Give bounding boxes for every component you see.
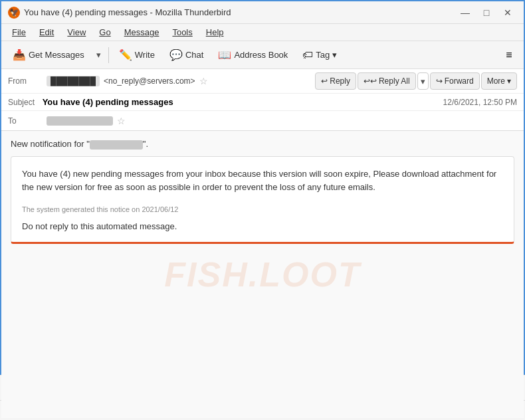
get-messages-icon: 📥 [13, 49, 26, 61]
date-text: 12/6/2021, 12:50 PM [443, 98, 517, 107]
menu-view[interactable]: View [62, 26, 91, 39]
close-button[interactable]: ✕ [498, 5, 517, 20]
menu-bar: File Edit View Go Message Tools Help [1, 24, 524, 41]
email-body-wrapper: FISH.LООТ New notification for "". You h… [1, 131, 524, 418]
write-button[interactable]: ✏️ Write [113, 45, 161, 66]
reply-label: Reply [330, 76, 350, 86]
chat-icon: 💬 [169, 49, 183, 61]
tag-label: Tag [316, 50, 330, 60]
tag-icon: 🏷 [302, 49, 313, 61]
maximize-button[interactable]: □ [477, 5, 496, 20]
menu-file[interactable]: File [7, 26, 31, 39]
watermark: FISH.LООТ [164, 255, 360, 294]
forward-label: Forward [445, 76, 474, 86]
menu-tools[interactable]: Tools [167, 26, 197, 39]
menu-go[interactable]: Go [94, 26, 116, 39]
reply-all-button[interactable]: ↩↩ Reply All [358, 72, 416, 90]
forward-icon: ↪ [436, 76, 443, 86]
chat-button[interactable]: 💬 Chat [163, 45, 209, 66]
toolbar-separator-1 [108, 47, 109, 63]
to-recipient-blurred [47, 116, 113, 126]
email-header: From ████████ <no_reply@servers.com> ☆ ↩… [1, 69, 524, 131]
forward-button[interactable]: ↪ Forward [430, 72, 480, 90]
menu-message[interactable]: Message [119, 26, 165, 39]
title-bar-controls: — □ ✕ [456, 5, 517, 20]
header-actions: ↩ Reply ↩↩ Reply All ▾ ↪ Forward More ▾ [315, 72, 517, 90]
sender-email: <no_reply@servers.com> [104, 76, 195, 86]
menu-help[interactable]: Help [201, 26, 229, 39]
address-book-icon: 📖 [218, 49, 231, 61]
notification-header: New notification for "". [11, 139, 514, 150]
star-icon[interactable]: ☆ [199, 76, 208, 86]
write-icon: ✏️ [119, 49, 132, 61]
subject-area: Subject You have (4) pending messages [8, 97, 173, 107]
minimize-button[interactable]: — [456, 5, 474, 20]
address-book-label: Address Book [234, 50, 288, 60]
from-value: ████████ <no_reply@servers.com> ☆ [47, 76, 310, 86]
email-card-notice: The system generated this notice on 2021… [22, 205, 503, 213]
get-messages-label: Get Messages [29, 50, 84, 60]
get-messages-button[interactable]: 📥 Get Messages [7, 45, 90, 66]
to-row: To ☆ [1, 110, 524, 130]
title-bar-left: 🦅 You have (4) pending messages - Mozill… [8, 7, 231, 19]
app-icon: 🦅 [8, 7, 20, 19]
reply-all-dropdown[interactable]: ▾ [417, 72, 429, 90]
toolbar: 📥 Get Messages ▾ ✏️ Write 💬 Chat 📖 Addre… [1, 41, 524, 69]
to-value: ☆ [47, 116, 517, 126]
reply-all-icon: ↩↩ [364, 76, 377, 86]
reply-button[interactable]: ↩ Reply [315, 72, 356, 90]
chat-label: Chat [185, 50, 203, 60]
subject-label: Subject [8, 98, 35, 107]
subject-row: Subject You have (4) pending messages 12… [1, 94, 524, 110]
get-messages-dropdown[interactable]: ▾ [93, 45, 104, 66]
window-title: You have (4) pending messages - Mozilla … [24, 7, 231, 17]
from-row: From ████████ <no_reply@servers.com> ☆ ↩… [1, 69, 524, 94]
address-book-button[interactable]: 📖 Address Book [212, 45, 294, 66]
reply-all-label: Reply All [379, 76, 410, 86]
title-bar: 🦅 You have (4) pending messages - Mozill… [1, 1, 524, 24]
email-card: You have (4) new pending messages from y… [11, 156, 514, 245]
notification-name-blurred [90, 140, 143, 150]
more-dropdown-icon: ▾ [507, 76, 511, 86]
subject-text: You have (4) pending messages [43, 97, 173, 107]
email-card-body: You have (4) new pending messages from y… [22, 167, 503, 195]
email-body: FISH.LООТ New notification for "". You h… [1, 131, 524, 418]
more-label: More [487, 76, 505, 86]
reply-icon: ↩ [321, 76, 328, 86]
tag-button[interactable]: 🏷 Tag ▾ [296, 45, 343, 66]
menu-edit[interactable]: Edit [34, 26, 59, 39]
email-card-footer: Do not reply to this automated message. [22, 221, 503, 231]
toolbar-menu-icon[interactable]: ≡ [500, 46, 518, 64]
sender-name: ████████ [47, 76, 100, 86]
from-label: From [8, 76, 41, 86]
to-star-icon[interactable]: ☆ [117, 116, 126, 126]
to-label: To [8, 116, 41, 126]
more-button[interactable]: More ▾ [481, 72, 517, 90]
write-label: Write [135, 50, 155, 60]
